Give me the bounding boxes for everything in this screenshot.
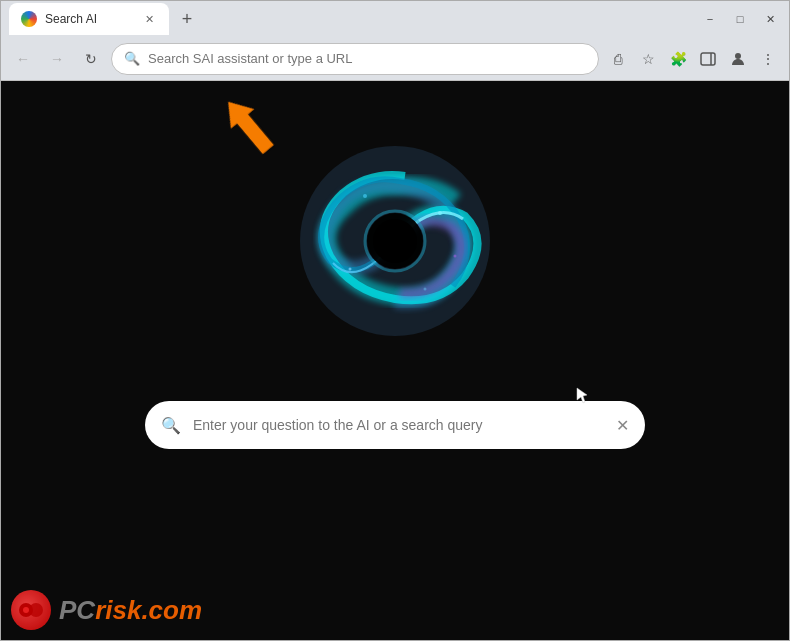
search-container: 🔍 ✕ (145, 401, 645, 449)
svg-point-15 (23, 607, 29, 613)
address-search-icon: 🔍 (124, 51, 140, 66)
minimize-button[interactable]: − (699, 8, 721, 30)
back-button[interactable]: ← (9, 45, 37, 73)
arrow-annotation (211, 89, 291, 173)
bookmark-icon[interactable]: ☆ (635, 46, 661, 72)
watermark-logo (11, 590, 51, 630)
refresh-button[interactable]: ↻ (77, 45, 105, 73)
browser-window: Search AI ✕ + − □ ✕ ← → ↻ 🔍 ⎙ ☆ 🧩 (0, 0, 790, 641)
watermark: PC risk.com (11, 590, 202, 630)
new-tab-button[interactable]: + (173, 5, 201, 33)
watermark-pc-text: PC (59, 595, 95, 626)
arrow-icon (211, 89, 291, 169)
window-controls: − □ ✕ (699, 8, 781, 30)
tab-favicon (21, 11, 37, 27)
toolbar-icons: ⎙ ☆ 🧩 ⋮ (605, 46, 781, 72)
search-box-icon: 🔍 (161, 416, 181, 435)
svg-point-14 (29, 603, 43, 617)
menu-icon[interactable]: ⋮ (755, 46, 781, 72)
galaxy-svg (295, 141, 495, 341)
svg-point-12 (424, 288, 427, 291)
share-icon[interactable]: ⎙ (605, 46, 631, 72)
address-input[interactable] (148, 51, 586, 66)
extension-icon[interactable]: 🧩 (665, 46, 691, 72)
sidebar-icon[interactable] (695, 46, 721, 72)
tab-close-button[interactable]: ✕ (141, 11, 157, 27)
search-box-input[interactable] (193, 417, 604, 433)
browser-tab[interactable]: Search AI ✕ (9, 3, 169, 35)
svg-point-6 (373, 219, 417, 263)
forward-button[interactable]: → (43, 45, 71, 73)
title-bar-left: Search AI ✕ + (9, 3, 201, 35)
tab-title: Search AI (45, 12, 133, 26)
title-bar: Search AI ✕ + − □ ✕ (1, 1, 789, 37)
search-clear-icon[interactable]: ✕ (616, 416, 629, 435)
profile-icon[interactable] (725, 46, 751, 72)
address-bar[interactable]: 🔍 (111, 43, 599, 75)
search-box[interactable]: 🔍 ✕ (145, 401, 645, 449)
page-content: 🔍 ✕ PC risk.com (1, 81, 789, 640)
maximize-button[interactable]: □ (729, 8, 751, 30)
mouse-cursor (575, 386, 589, 408)
svg-point-9 (349, 268, 352, 271)
navigation-bar: ← → ↻ 🔍 ⎙ ☆ 🧩 (1, 37, 789, 81)
galaxy-logo (295, 141, 495, 341)
svg-point-10 (454, 255, 457, 258)
watermark-risk-text: risk.com (95, 595, 202, 626)
svg-point-2 (735, 53, 741, 59)
svg-point-8 (438, 211, 442, 215)
svg-marker-3 (217, 92, 280, 159)
svg-rect-0 (701, 53, 715, 65)
close-button[interactable]: ✕ (759, 8, 781, 30)
watermark-text-container: PC risk.com (59, 595, 202, 626)
svg-point-11 (363, 194, 367, 198)
